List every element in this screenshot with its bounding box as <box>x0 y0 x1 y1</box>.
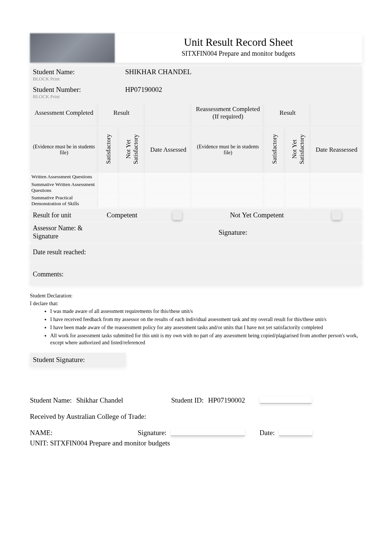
document-header: Unit Result Record Sheet SITXFIN004 Prep… <box>30 33 362 63</box>
footer-student-name-value: Shikhar Chandel <box>76 396 123 404</box>
table-row: Summative Practical Demonstration of Ski… <box>30 194 362 207</box>
table-row: Summative Written Assessment Questions <box>30 181 362 194</box>
student-declaration: Student Declaration: I declare that: I w… <box>30 293 362 346</box>
not-yet-competent-checkbox[interactable] <box>332 210 341 220</box>
col-satisfactory-2: Satisfactory <box>271 134 278 164</box>
student-number-row: Student Number: BLOCK Print HP07190002 <box>30 84 362 101</box>
student-name-row: Student Name: BLOCK Print SHIKHAR CHANDE… <box>30 66 362 83</box>
footer-signature-label: Signature: <box>138 429 166 437</box>
comments-label: Comments: <box>33 270 107 278</box>
col-result-1: Result <box>98 102 145 127</box>
declaration-item-3: All work for assessment tasks submitted … <box>50 332 362 347</box>
footer-student-id-value: HP07190002 <box>208 396 245 404</box>
comments-row: Comments: <box>30 263 362 285</box>
block-print-note: BLOCK Print <box>33 76 125 82</box>
assessment-item-2: Summative Practical Demonstration of Ski… <box>30 194 98 207</box>
evidence-note-2: (Evidence must be in students file) <box>192 127 264 173</box>
declaration-item-1: I have received feedback from my assesso… <box>50 316 362 323</box>
footer-date-label: Date: <box>259 429 275 437</box>
col-date-assessed: Date Assessed <box>145 127 192 173</box>
evidence-note-1: (Evidence must be in students file) <box>30 127 98 173</box>
result-for-unit-row: Result for unit Competent Not Yet Compet… <box>30 209 362 221</box>
student-number-value: HP07190002 <box>125 86 162 94</box>
assessment-table: Assessment Completed Result Reassessment… <box>30 102 362 207</box>
page-title: Unit Result Record Sheet <box>115 36 362 48</box>
col-not-yet-2: Not Yet Satisfactory <box>291 129 306 169</box>
not-yet-competent-label: Not Yet Competent <box>230 211 284 219</box>
footer-unit-label: UNIT: SITXFIN004 Prepare and monitor bud… <box>30 439 170 447</box>
table-row: Written Assessment Questions <box>30 173 362 181</box>
footer-date-line <box>279 429 312 436</box>
assessor-label: Assessor Name: & Signature <box>33 224 107 240</box>
col-date-reassessed: Date Reassessed <box>311 127 362 173</box>
footer-signature-line <box>171 429 245 436</box>
block-print-note-2: BLOCK Print <box>33 94 125 100</box>
assessment-item-1: Summative Written Assessment Questions <box>30 181 98 194</box>
col-assessment-completed: Assessment Completed <box>30 102 98 127</box>
page-subtitle: SITXFIN004 Prepare and monitor budgets <box>115 50 362 58</box>
footer-name2-label: NAME: <box>30 429 133 437</box>
declaration-item-2: I have been made aware of the reassessme… <box>50 324 362 331</box>
student-name-value: SHIKHAR CHANDEL <box>125 68 192 76</box>
col-not-yet-1: Not Yet Satisfactory <box>125 129 140 169</box>
competent-checkbox[interactable] <box>172 210 182 220</box>
col-reassessment: Reassessment Completed (If required) <box>192 102 264 127</box>
declaration-intro: I declare that: <box>30 300 362 307</box>
footer-underline-1 <box>260 396 312 404</box>
student-signature-label: Student Signature: <box>30 353 126 367</box>
assessment-item-0: Written Assessment Questions <box>30 173 98 181</box>
result-unit-label: Result for unit <box>33 211 107 219</box>
date-result-row: Date result reached: <box>30 243 362 262</box>
footer-received-by: Received by Australian College of Trade: <box>30 413 146 421</box>
col-result-2: Result <box>264 102 311 127</box>
competent-label: Competent <box>107 211 169 219</box>
col-satisfactory-1: Satisfactory <box>105 134 112 164</box>
declaration-heading: Student Declaration: <box>30 293 362 300</box>
assessor-row: Assessor Name: & Signature Signature: <box>30 223 362 242</box>
student-name-label: Student Name: <box>33 68 75 76</box>
declaration-item-0: I was made aware of all assessment requi… <box>50 308 362 315</box>
footer-student-name-label: Student Name: <box>30 396 72 404</box>
assessor-signature-label: Signature: <box>107 228 359 237</box>
logo-image <box>30 33 115 63</box>
document-footer: Student Name: Shikhar Chandel Student ID… <box>30 396 362 447</box>
student-number-label: Student Number: <box>33 86 81 93</box>
date-result-label: Date result reached: <box>33 248 107 256</box>
footer-student-id-label: Student ID: <box>171 396 204 404</box>
